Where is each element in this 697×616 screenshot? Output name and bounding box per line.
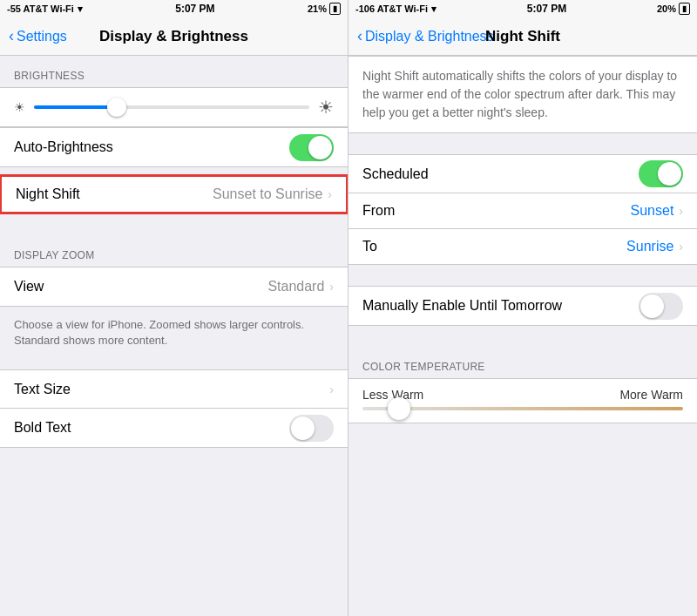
battery-right: 20% [657,3,676,14]
time-right: 5:07 PM [527,3,566,15]
display-zoom-header: DISPLAY ZOOM [0,235,348,267]
right-panel: -106 AT&T Wi-Fi ▾ 5:07 PM 20% ▮ ‹ Displa… [348,0,697,616]
scheduled-group: Scheduled From Sunset › To Sunrise › [348,154,697,265]
back-label-left: Settings [17,29,67,44]
carrier-left: -55 AT&T Wi-Fi [7,3,74,14]
color-temp-row: Less Warm More Warm [348,378,697,423]
scheduled-label: Scheduled [362,166,639,182]
auto-brightness-toggle[interactable] [289,134,334,161]
auto-brightness-toggle-knob [308,136,332,159]
right-panel-content: Night Shift automatically shifts the col… [348,56,697,616]
nav-bar-right: ‹ Display & Brightness Night Shift [348,17,697,56]
to-chevron: › [679,240,683,254]
night-shift-label: Night Shift [16,186,213,202]
text-size-row[interactable]: Text Size › [0,370,348,409]
nav-title-right: Night Shift [485,28,560,45]
bold-text-label: Bold Text [14,420,289,436]
text-size-chevron: › [329,382,334,396]
to-value: Sunrise [626,239,673,254]
status-bar-right: -106 AT&T Wi-Fi ▾ 5:07 PM 20% ▮ [348,0,697,17]
night-shift-value: Sunset to Sunrise [213,186,322,202]
scheduled-toggle[interactable] [639,160,683,187]
manually-enable-group: Manually Enable Until Tomorrow [348,286,697,326]
text-group: Text Size › Bold Text [0,369,348,448]
manually-enable-row: Manually Enable Until Tomorrow [348,287,697,325]
night-shift-description: Night Shift automatically shifts the col… [348,56,697,133]
status-right-right: 20% ▮ [657,3,690,15]
view-chevron: › [329,280,334,294]
back-button-left[interactable]: ‹ Settings [9,27,67,45]
nav-title-left: Display & Brightness [99,28,248,45]
back-button-right[interactable]: ‹ Display & Brightness [357,27,494,45]
color-temp-track [362,407,683,410]
color-temp-thumb [388,397,410,420]
status-bar-left: -55 AT&T Wi-Fi ▾ 5:07 PM 21% ▮ [0,0,348,17]
scheduled-toggle-knob [658,162,681,186]
view-row[interactable]: View Standard › [0,267,348,306]
wifi-icon-right: ▾ [431,3,436,15]
brightness-slider-fill [34,105,117,109]
bold-text-row: Bold Text [0,409,348,447]
color-temp-slider[interactable] [362,407,683,410]
carrier-right: -106 AT&T Wi-Fi [355,3,428,14]
text-size-label: Text Size [14,382,329,397]
auto-brightness-label: Auto-Brightness [14,139,289,155]
night-shift-group: Night Shift Sunset to Sunrise › [0,174,348,214]
view-value: Standard [267,279,324,294]
from-label: From [362,203,631,219]
brightness-slider-track[interactable] [34,105,309,109]
wifi-icon: ▾ [78,3,83,15]
battery-icon-right: ▮ [679,3,690,15]
bold-text-toggle-knob [291,416,315,440]
view-group: View Standard › [0,267,348,307]
night-shift-row[interactable]: Night Shift Sunset to Sunrise › [0,175,348,213]
brightness-slider-thumb [107,98,126,117]
sun-small-icon: ☀ [14,100,25,114]
to-row[interactable]: To Sunrise › [348,229,697,264]
battery-left: 21% [308,3,327,14]
from-value: Sunset [631,203,674,219]
view-description: Choose a view for iPhone. Zoomed shows l… [0,307,348,362]
status-left: -55 AT&T Wi-Fi ▾ [7,3,83,15]
bold-text-toggle[interactable] [289,415,334,442]
time-left: 5:07 PM [175,3,214,15]
left-panel-content: BRIGHTNESS ☀ ☀ Auto-Brightness Night Shi… [0,56,348,616]
brightness-section-header: BRIGHTNESS [0,56,348,87]
view-label: View [14,279,267,294]
night-shift-chevron: › [328,187,332,201]
from-row[interactable]: From Sunset › [348,193,697,229]
scheduled-row: Scheduled [348,155,697,193]
back-chevron-left: ‹ [9,27,14,45]
brightness-row: ☀ ☀ [0,87,348,127]
nav-bar-left: ‹ Settings Display & Brightness [0,17,348,56]
back-chevron-right: ‹ [357,27,362,45]
status-right-left: 21% ▮ [308,3,341,15]
status-left-right: -106 AT&T Wi-Fi ▾ [355,3,436,15]
color-temp-header: COLOR TEMPERATURE [348,347,697,378]
manually-enable-label: Manually Enable Until Tomorrow [362,298,639,314]
battery-icon-left: ▮ [329,3,341,15]
left-panel: -55 AT&T Wi-Fi ▾ 5:07 PM 21% ▮ ‹ Setting… [0,0,348,616]
from-chevron: › [679,204,683,218]
to-label: To [362,239,626,254]
manually-enable-knob [640,294,664,318]
manually-enable-toggle[interactable] [639,293,683,320]
auto-brightness-group: Auto-Brightness [0,127,348,167]
sun-large-icon: ☀ [318,97,334,118]
color-temp-labels: Less Warm More Warm [362,388,683,402]
auto-brightness-row: Auto-Brightness [0,128,348,166]
more-warm-label: More Warm [619,388,683,402]
back-label-right: Display & Brightness [365,29,494,44]
